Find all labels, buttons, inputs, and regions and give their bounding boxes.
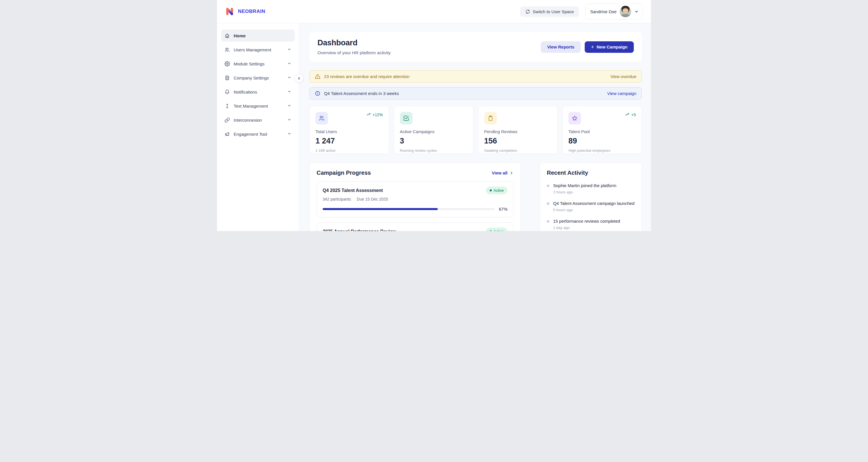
sidebar-item-label: Notifications xyxy=(234,90,284,94)
page-title: Dashboard xyxy=(317,38,391,48)
warning-message: 23 reviews are overdue and require atten… xyxy=(324,74,607,79)
check-square-icon xyxy=(400,112,412,125)
chevron-down-icon xyxy=(287,75,291,80)
info-message: Q4 Talent Assessment ends in 3 weeks xyxy=(324,91,603,96)
gear-icon xyxy=(224,61,230,67)
top-bar: NEOBRAIN Switch to User Space Sandrine D… xyxy=(217,0,651,23)
campaign-name: 2025 Annual Performance Review xyxy=(322,229,396,231)
chevron-down-icon xyxy=(287,132,291,136)
campaign-participants: 342 participants xyxy=(322,197,351,202)
sidebar-item-users-management[interactable]: Users Management xyxy=(221,43,295,56)
view-all-link[interactable]: View all xyxy=(492,171,514,175)
status-dot-icon xyxy=(490,230,492,231)
user-menu[interactable]: Sandrine Doe xyxy=(585,3,643,20)
brand-name: NEOBRAIN xyxy=(238,9,265,14)
sidebar-item-label: Engagement Tool xyxy=(234,132,284,136)
activity-dot-icon xyxy=(547,220,549,223)
stat-value: 156 xyxy=(484,136,552,146)
stat-label: Talent Pool xyxy=(568,129,636,134)
activity-time: 1 day ago xyxy=(553,225,620,230)
activity-item: Q4 Talent Assessment campaign launched 5… xyxy=(547,201,634,212)
users-icon xyxy=(315,112,328,125)
campaign-item[interactable]: 2025 Annual Performance Review Active xyxy=(317,222,514,231)
overdue-warning-banner: 23 reviews are overdue and require atten… xyxy=(309,70,642,83)
status-badge: Active xyxy=(486,227,507,231)
chevron-down-icon xyxy=(287,48,291,52)
view-reports-button[interactable]: View Reports xyxy=(541,41,581,53)
campaign-progress-title: Campaign Progress xyxy=(317,170,371,176)
activity-text: Q4 Talent Assessment campaign launched xyxy=(553,201,634,206)
campaign-item[interactable]: Q4 2025 Talent Assessment Active 342 par… xyxy=(317,181,514,217)
activity-text: 15 performance reviews completed xyxy=(553,219,620,223)
link-icon xyxy=(224,117,230,123)
sidebar-collapse-button[interactable] xyxy=(295,74,303,83)
view-overdue-link[interactable]: View overdue xyxy=(610,74,637,79)
progress-bar xyxy=(322,208,495,210)
status-label: Active xyxy=(494,188,504,192)
activity-dot-icon xyxy=(547,185,549,187)
progress-fill xyxy=(322,208,438,210)
trend-up-indicator: +12% xyxy=(366,113,383,117)
sidebar-item-label: Home xyxy=(234,33,291,38)
recent-activity-title: Recent Activity xyxy=(547,170,588,176)
campaign-due-date: Due 15 Dec 2025 xyxy=(357,197,388,202)
switch-space-icon xyxy=(525,9,530,14)
home-icon xyxy=(224,33,230,38)
stat-sub: Awaiting completion xyxy=(484,148,552,153)
stat-label: Total Users xyxy=(315,129,383,134)
stat-card-active-campaigns: Active Campaigns 3 Running review cycles xyxy=(394,106,473,154)
sidebar: Home Users Management Module Settings Co… xyxy=(217,23,299,231)
sidebar-item-module-settings[interactable]: Module Settings xyxy=(221,58,295,70)
chevron-down-icon xyxy=(634,9,639,14)
stat-sub: Running review cycles xyxy=(400,148,467,153)
plus-icon: + xyxy=(591,44,594,50)
stat-card-total-users: +12% Total Users 1 247 1 189 active xyxy=(309,106,389,154)
stats-row: +12% Total Users 1 247 1 189 active Acti… xyxy=(309,106,642,154)
view-all-label: View all xyxy=(492,171,507,175)
trend-up-indicator: +5 xyxy=(625,113,636,117)
sidebar-item-notifications[interactable]: Notifications xyxy=(221,86,295,98)
page-subtitle: Overview of your HR platform activity xyxy=(317,50,391,55)
sidebar-item-home[interactable]: Home xyxy=(221,30,295,41)
sidebar-item-label: Module Settings xyxy=(234,61,284,66)
chevron-down-icon xyxy=(287,103,291,109)
building-icon xyxy=(224,75,230,81)
sidebar-item-engagement-tool[interactable]: Engagement Tool xyxy=(221,128,295,140)
sidebar-item-label: Users Management xyxy=(234,48,284,52)
activity-item: 15 performance reviews completed 1 day a… xyxy=(547,219,634,230)
clipboard-icon xyxy=(484,112,497,125)
trend-up-icon xyxy=(625,113,629,117)
sidebar-item-label: Interconnexion xyxy=(234,118,284,123)
new-campaign-button[interactable]: + New Campaign xyxy=(585,41,634,53)
megaphone-icon xyxy=(224,131,230,137)
page-header-card: Dashboard Overview of your HR platform a… xyxy=(309,32,642,62)
chevron-down-icon xyxy=(287,118,291,123)
sidebar-item-text-management[interactable]: Text Management xyxy=(221,100,295,112)
stat-value: 1 247 xyxy=(315,136,383,146)
view-campaign-link[interactable]: View campaign xyxy=(608,91,637,96)
switch-button-label: Switch to User Space xyxy=(533,9,574,14)
trend-up-icon xyxy=(366,113,371,117)
activity-time: 2 hours ago xyxy=(553,190,616,194)
stat-sub: 1 189 active xyxy=(315,148,383,153)
chevron-down-icon xyxy=(287,90,291,94)
app-window: NEOBRAIN Switch to User Space Sandrine D… xyxy=(217,0,651,231)
stat-card-talent-pool: +5 Talent Pool 89 High potential employe… xyxy=(562,106,642,154)
switch-to-user-space-button[interactable]: Switch to User Space xyxy=(520,6,579,17)
campaign-info-banner: Q4 Talent Assessment ends in 3 weeks Vie… xyxy=(309,87,642,99)
stat-label: Pending Reviews xyxy=(484,129,552,134)
star-icon xyxy=(568,112,581,125)
sidebar-item-label: Company Settings xyxy=(234,75,284,80)
new-campaign-label: New Campaign xyxy=(596,44,627,49)
info-circle-icon xyxy=(315,91,320,96)
sidebar-item-label: Text Management xyxy=(234,103,284,109)
activity-dot-icon xyxy=(547,202,549,205)
stat-value: 3 xyxy=(400,136,467,146)
user-name: Sandrine Doe xyxy=(590,9,617,14)
users-icon xyxy=(224,47,230,53)
user-avatar xyxy=(620,6,631,17)
status-dot-icon xyxy=(490,189,492,191)
sidebar-item-company-settings[interactable]: Company Settings xyxy=(221,72,295,84)
campaign-name: Q4 2025 Talent Assessment xyxy=(322,188,383,193)
sidebar-item-interconnexion[interactable]: Interconnexion xyxy=(221,114,295,126)
